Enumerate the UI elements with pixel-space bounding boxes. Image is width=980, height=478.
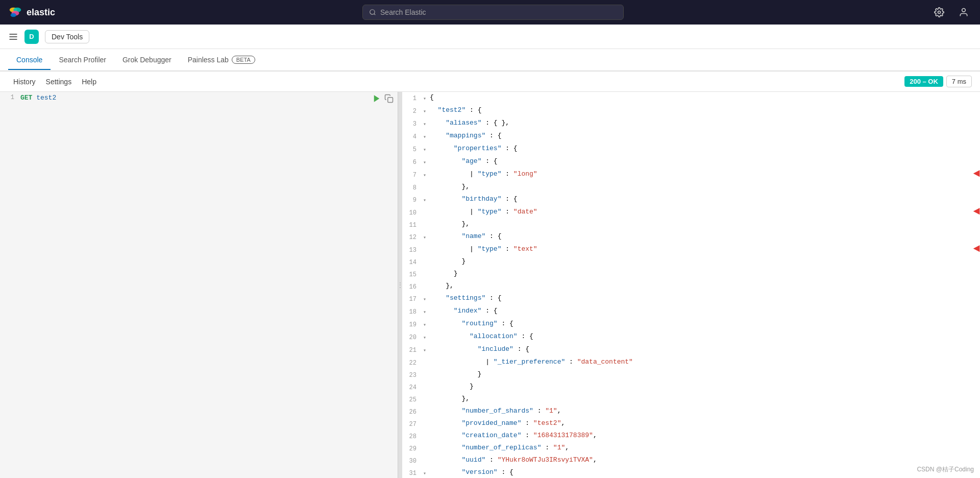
tab-painless-lab[interactable]: Painless Lab BETA <box>180 51 263 70</box>
output-line-number: 24 <box>402 381 421 393</box>
nav-icons <box>931 4 972 20</box>
output-line-number: 15 <box>402 268 421 280</box>
editor-area: 1 GET test2 ⋮ 1▾{2▾ "test2" : <box>0 92 980 478</box>
output-line: 7▾ | "type" : "long"◄ <box>402 169 980 181</box>
output-line: 28 "creation_date" : "1684313178389", <box>402 430 980 442</box>
output-line-number: 14 <box>402 256 421 268</box>
search-bar-container: Search Elastic <box>61 5 925 20</box>
output-line-content: "number_of_replicas" : "1", <box>429 442 980 453</box>
svg-marker-12 <box>374 95 380 102</box>
nav-user-icon[interactable] <box>955 4 972 20</box>
hamburger-button[interactable] <box>8 32 18 42</box>
fold-arrow <box>421 206 429 208</box>
fold-arrow[interactable]: ▾ <box>421 194 429 206</box>
svg-line-6 <box>374 14 376 15</box>
line-number-1: 1 <box>0 94 18 101</box>
output-line-number: 28 <box>402 430 421 442</box>
fold-arrow[interactable]: ▾ <box>421 467 429 478</box>
fold-arrow[interactable]: ▾ <box>421 169 429 181</box>
fold-arrow[interactable]: ▾ <box>421 143 429 156</box>
fold-arrow[interactable]: ▾ <box>421 117 429 130</box>
path-value: test2 <box>36 94 56 102</box>
output-line-content: "properties" : { <box>429 143 980 154</box>
fold-arrow[interactable]: ▾ <box>421 293 429 305</box>
elastic-logo-text: elastic <box>27 7 55 18</box>
fold-arrow <box>421 405 429 407</box>
tabs-bar: Console Search Profiler Grok Debugger Pa… <box>0 49 980 71</box>
history-button[interactable]: History <box>8 76 41 88</box>
panel-divider[interactable]: ⋮ <box>398 92 402 478</box>
fold-arrow <box>421 369 429 370</box>
output-line-number: 31 <box>402 467 421 478</box>
output-line-content: "age" : { <box>429 156 980 167</box>
watermark: CSDN @桔子Coding <box>917 465 974 474</box>
fold-arrow <box>421 244 429 245</box>
dev-tools-button[interactable]: Dev Tools <box>45 30 89 43</box>
output-line-content: "settings" : { <box>429 293 980 304</box>
output-line-number: 22 <box>402 356 421 369</box>
output-line-number: 30 <box>402 455 421 467</box>
output-line: 4▾ "mappings" : { <box>402 130 980 143</box>
fold-arrow <box>421 442 429 444</box>
output-line-number: 4 <box>402 130 421 142</box>
fold-arrow[interactable]: ▾ <box>421 92 429 105</box>
output-line: 30 "uuid" : "YHukr8oWTJu3IRsvyiTVXA", <box>402 455 980 467</box>
output-line: 23 } <box>402 369 980 381</box>
output-line-content: | "_tier_preference" : "data_content" <box>429 356 980 368</box>
output-line-content: }, <box>429 219 980 230</box>
output-line-content: | "type" : "date" <box>429 206 969 218</box>
search-placeholder: Search Elastic <box>380 8 426 16</box>
fold-arrow <box>421 181 429 183</box>
output-line-content: "number_of_shards" : "1", <box>429 405 980 417</box>
line-content-1[interactable]: GET test2 <box>18 94 398 102</box>
search-icon <box>369 9 376 16</box>
fold-arrow[interactable]: ▾ <box>421 105 429 117</box>
fold-arrow[interactable]: ▾ <box>421 305 429 318</box>
output-line-content: "version" : { <box>429 467 980 478</box>
fold-arrow <box>421 381 429 383</box>
fold-arrow <box>421 256 429 257</box>
output-line: 19▾ "routing" : { <box>402 318 980 331</box>
run-button[interactable] <box>372 94 381 103</box>
output-line-content: "birthday" : { <box>429 194 980 205</box>
fold-arrow[interactable]: ▾ <box>421 331 429 344</box>
output-line-number: 11 <box>402 219 421 231</box>
output-line: 29 "number_of_replicas" : "1", <box>402 442 980 455</box>
search-bar[interactable]: Search Elastic <box>362 5 624 20</box>
output-line-number: 23 <box>402 369 421 381</box>
output-line: 27 "provided_name" : "test2", <box>402 418 980 430</box>
nav-settings-icon[interactable] <box>931 4 947 20</box>
output-line-content: "name" : { <box>429 231 980 242</box>
fold-arrow[interactable]: ▾ <box>421 318 429 331</box>
output-line-number: 6 <box>402 156 421 168</box>
output-line: 3▾ "aliases" : { }, <box>402 117 980 130</box>
tab-console[interactable]: Console <box>8 51 51 70</box>
output-line-number: 27 <box>402 418 421 430</box>
tab-search-profiler[interactable]: Search Profiler <box>51 51 114 70</box>
output-line: 5▾ "properties" : { <box>402 143 980 156</box>
output-line-number: 18 <box>402 305 421 318</box>
user-avatar: D <box>24 30 39 44</box>
settings-button[interactable]: Settings <box>41 76 77 88</box>
output-line-content: | "type" : "long" <box>429 169 969 180</box>
output-line-number: 9 <box>402 194 421 206</box>
output-line: 12▾ "name" : { <box>402 231 980 244</box>
fold-arrow[interactable]: ▾ <box>421 231 429 244</box>
fold-arrow[interactable]: ▾ <box>421 344 429 356</box>
output-line: 6▾ "age" : { <box>402 156 980 169</box>
output-line-content: } <box>429 268 980 279</box>
svg-point-4 <box>11 13 16 17</box>
output-line-content: }, <box>429 393 980 404</box>
output-line: 10 | "type" : "date"◄ <box>402 206 980 219</box>
elastic-logo-icon <box>8 5 22 19</box>
left-panel: 1 GET test2 <box>0 92 398 478</box>
fold-arrow[interactable]: ▾ <box>421 156 429 169</box>
tab-grok-debugger[interactable]: Grok Debugger <box>114 51 180 70</box>
fold-arrow[interactable]: ▾ <box>421 130 429 143</box>
output-line-content: }, <box>429 280 980 292</box>
output-line: 20▾ "allocation" : { <box>402 331 980 344</box>
copy-button[interactable] <box>384 94 394 103</box>
help-button[interactable]: Help <box>77 76 102 88</box>
annotation-arrow: ◄ <box>973 169 980 180</box>
output-line-number: 8 <box>402 181 421 194</box>
